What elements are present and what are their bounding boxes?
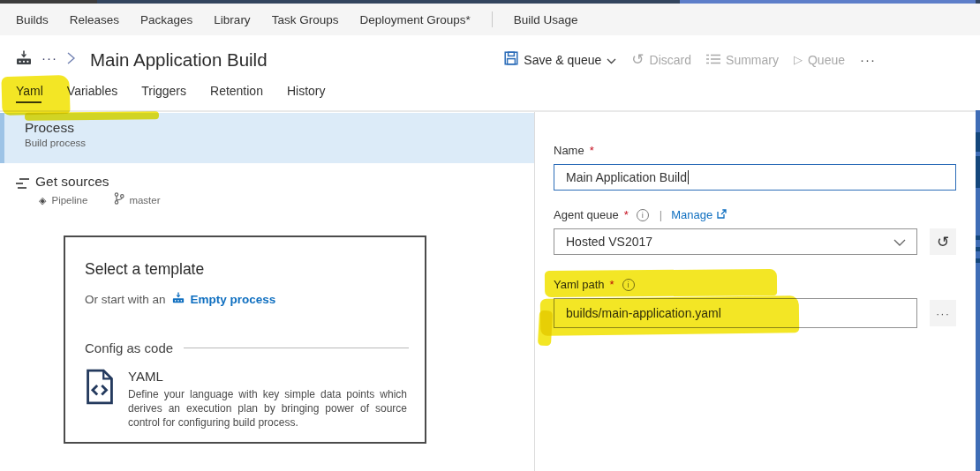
nav-item-build-usage[interactable]: Build Usage — [514, 13, 578, 26]
empty-process-icon — [172, 291, 185, 307]
template-dialog-title: Select a template — [85, 260, 409, 279]
manage-agent-queues-link[interactable]: Manage — [671, 208, 727, 221]
yaml-document-icon — [85, 369, 115, 430]
nav-item-releases[interactable]: Releases — [70, 13, 119, 26]
name-input[interactable]: Main Application Build — [554, 164, 956, 191]
branch-name-label: master — [129, 195, 160, 206]
agent-queue-info-icon[interactable]: i — [637, 209, 649, 221]
toolbar-more-button[interactable]: ··· — [860, 52, 876, 67]
get-sources-icon — [14, 177, 32, 194]
build-editor-page: Builds Releases Packages Library Task Gr… — [0, 0, 980, 471]
undo-icon: ↺ — [631, 52, 644, 67]
queue-button[interactable]: ▷ Queue — [794, 53, 845, 67]
pipeline-toolbar: Save & queue ↺ Discard — [504, 51, 876, 68]
pipeline-source-icon: ◈ — [39, 195, 46, 206]
nav-item-packages[interactable]: Packages — [140, 13, 192, 26]
get-sources-details: ◈ Pipeline master — [39, 192, 161, 208]
build-definition-icon — [16, 50, 32, 69]
discard-button[interactable]: ↺ Discard — [631, 52, 691, 67]
process-subtitle: Build process — [25, 138, 534, 148]
chevron-down-icon — [607, 53, 616, 67]
breadcrumb-ellipsis-button[interactable]: ··· — [41, 50, 57, 65]
top-navigation: Builds Releases Packages Library Task Gr… — [0, 4, 980, 35]
text-cursor — [688, 170, 689, 184]
play-icon: ▷ — [794, 54, 803, 65]
pipeline-header: ··· Main Application Build Save & queue — [0, 35, 980, 84]
config-heading-rule — [184, 348, 409, 348]
agent-queue-dropdown[interactable]: Hosted VS2017 — [554, 228, 917, 255]
tab-triggers[interactable]: Triggers — [141, 84, 186, 105]
nav-item-task-groups[interactable]: Task Groups — [272, 13, 339, 26]
summary-button[interactable]: Summary — [706, 53, 779, 67]
config-as-code-heading: Config as code — [85, 340, 173, 355]
source-type-label: Pipeline — [51, 195, 87, 206]
yaml-template-title: YAML — [128, 369, 409, 384]
external-link-icon — [717, 208, 727, 221]
name-field-label: Name* — [554, 144, 980, 157]
summary-list-icon — [706, 53, 720, 67]
refresh-agent-queues-button[interactable]: ↺ — [930, 228, 956, 255]
save-and-queue-button[interactable]: Save & queue — [504, 51, 616, 68]
nav-separator — [492, 11, 493, 27]
git-branch-icon — [114, 192, 124, 208]
refresh-icon: ↺ — [937, 235, 949, 250]
page-title: Main Application Build — [90, 49, 268, 71]
ellipsis-icon: ··· — [936, 307, 950, 320]
agent-queue-field-label: Agent queue* i | Manage — [554, 208, 980, 221]
right-scroll-strip[interactable] — [976, 110, 980, 471]
save-icon — [504, 51, 518, 68]
nav-item-library[interactable]: Library — [214, 13, 250, 26]
get-sources-title: Get sources — [35, 174, 109, 190]
breadcrumb-chevron-icon — [67, 52, 75, 68]
or-start-text: Or start with an — [85, 293, 166, 306]
yaml-path-info-icon[interactable]: i — [622, 279, 635, 291]
yaml-path-field-label: Yaml path* i — [554, 278, 980, 291]
editor-content: Process Build process Get sources ◈ — [0, 110, 980, 471]
yaml-path-input[interactable]: builds/main-application.yaml — [554, 298, 917, 328]
yaml-template-description: Define your language with key simple dat… — [128, 387, 409, 430]
process-panel: Process Build process Get sources ◈ — [0, 112, 535, 471]
select-template-dialog: Select a template Or start with an — [64, 236, 426, 444]
process-title: Process — [25, 120, 534, 136]
tab-history[interactable]: History — [287, 84, 326, 105]
process-selected-item[interactable]: Process Build process — [0, 113, 534, 163]
yaml-template-card[interactable]: YAML Define your language with key simpl… — [85, 369, 409, 430]
empty-process-link[interactable]: Empty process — [191, 293, 276, 306]
browse-yaml-path-button[interactable]: ··· — [930, 300, 956, 326]
nav-item-builds[interactable]: Builds — [16, 13, 49, 26]
nav-item-deployment-groups[interactable]: Deployment Groups* — [359, 13, 470, 26]
label-divider: | — [660, 208, 662, 221]
get-sources-item[interactable]: Get sources ◈ Pipeline m — [0, 174, 534, 211]
tab-retention[interactable]: Retention — [210, 84, 263, 105]
dropdown-chevron-icon — [893, 235, 906, 249]
tab-variables[interactable]: Variables — [67, 84, 117, 105]
tab-yaml[interactable]: Yaml — [16, 84, 43, 105]
pipeline-tabs: Yaml Variables Triggers Retention Histor… — [0, 84, 980, 110]
settings-panel: Name* Main Application Build Agent queue… — [535, 112, 980, 471]
